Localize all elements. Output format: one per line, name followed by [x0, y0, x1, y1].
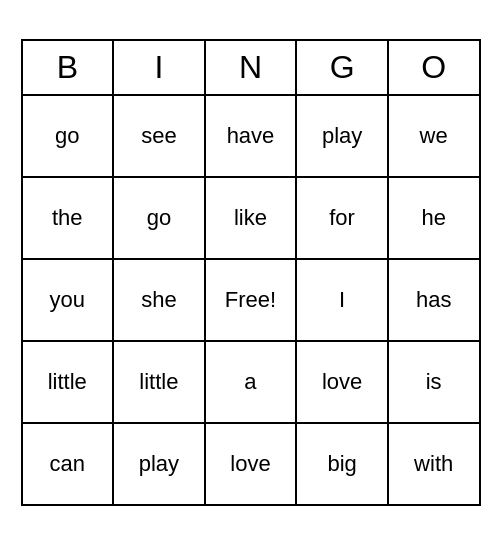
bingo-cell-4-2: love: [206, 424, 298, 504]
bingo-row-1: thegolikeforhe: [23, 178, 479, 260]
bingo-row-3: littlelittlealoveis: [23, 342, 479, 424]
header-letter-g: G: [297, 41, 389, 94]
bingo-cell-4-4: with: [389, 424, 479, 504]
header-letter-b: B: [23, 41, 115, 94]
bingo-cell-1-2: like: [206, 178, 298, 258]
bingo-cell-0-0: go: [23, 96, 115, 176]
bingo-cell-1-4: he: [389, 178, 479, 258]
bingo-cell-2-1: she: [114, 260, 206, 340]
bingo-body: goseehaveplaywethegolikeforheyousheFree!…: [23, 96, 479, 504]
bingo-cell-4-0: can: [23, 424, 115, 504]
bingo-cell-2-4: has: [389, 260, 479, 340]
bingo-cell-0-1: see: [114, 96, 206, 176]
bingo-card: BINGO goseehaveplaywethegolikeforheyoush…: [21, 39, 481, 506]
bingo-cell-2-2: Free!: [206, 260, 298, 340]
bingo-cell-2-0: you: [23, 260, 115, 340]
bingo-cell-4-1: play: [114, 424, 206, 504]
bingo-cell-0-4: we: [389, 96, 479, 176]
bingo-cell-1-1: go: [114, 178, 206, 258]
bingo-row-0: goseehaveplaywe: [23, 96, 479, 178]
bingo-header: BINGO: [23, 41, 479, 96]
bingo-row-2: yousheFree!Ihas: [23, 260, 479, 342]
bingo-cell-3-4: is: [389, 342, 479, 422]
header-letter-o: O: [389, 41, 479, 94]
header-letter-i: I: [114, 41, 206, 94]
bingo-cell-1-0: the: [23, 178, 115, 258]
bingo-cell-0-2: have: [206, 96, 298, 176]
bingo-cell-3-2: a: [206, 342, 298, 422]
bingo-cell-0-3: play: [297, 96, 389, 176]
bingo-cell-2-3: I: [297, 260, 389, 340]
bingo-cell-1-3: for: [297, 178, 389, 258]
bingo-cell-3-1: little: [114, 342, 206, 422]
bingo-cell-4-3: big: [297, 424, 389, 504]
bingo-cell-3-0: little: [23, 342, 115, 422]
header-letter-n: N: [206, 41, 298, 94]
bingo-cell-3-3: love: [297, 342, 389, 422]
bingo-row-4: canplaylovebigwith: [23, 424, 479, 504]
